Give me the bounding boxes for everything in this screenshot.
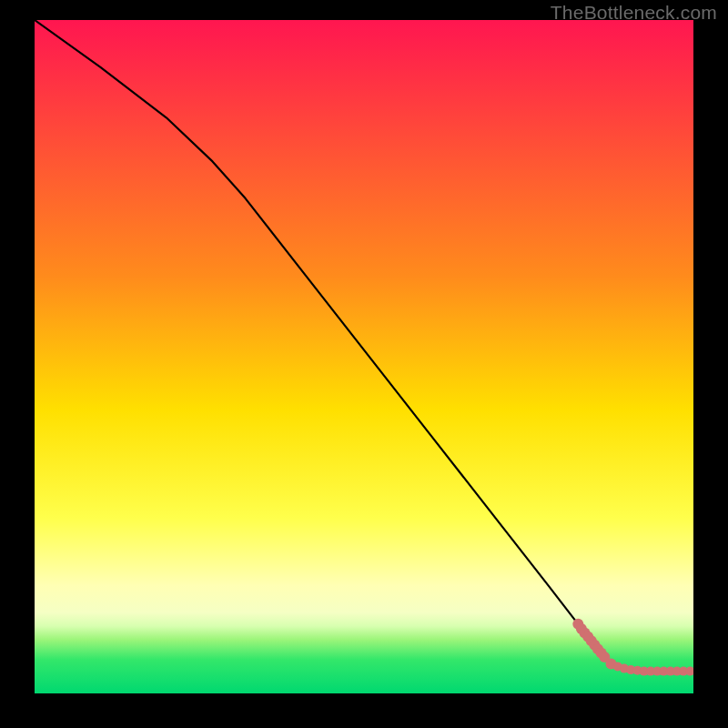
- watermark-text: TheBottleneck.com: [551, 2, 717, 24]
- scatter-point: [685, 667, 693, 676]
- chart-svg: [35, 20, 693, 693]
- canvas-root: TheBottleneck.com: [0, 0, 728, 728]
- plot-area: [35, 20, 693, 693]
- curve-line: [35, 20, 608, 662]
- scatter-tail-group: [572, 619, 693, 676]
